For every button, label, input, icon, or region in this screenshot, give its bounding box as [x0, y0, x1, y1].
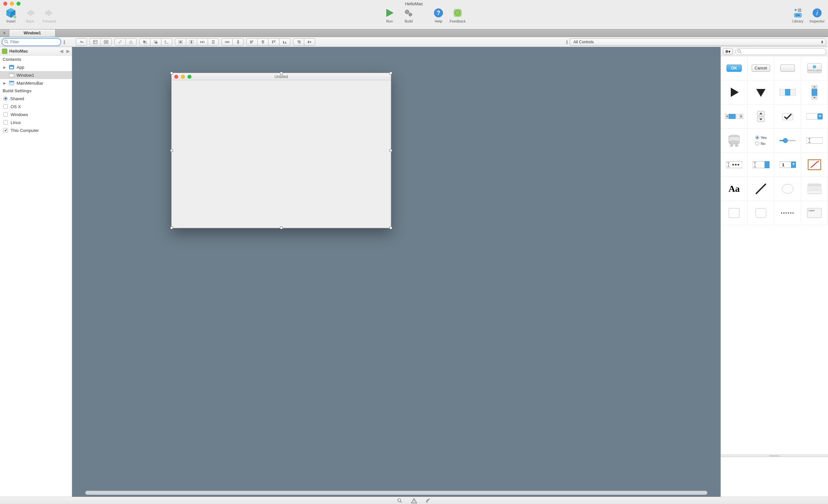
control-segmented[interactable] — [775, 80, 801, 104]
radio-icon[interactable] — [3, 96, 8, 101]
forward-button[interactable]: Forward — [41, 7, 57, 23]
space-v-button[interactable] — [208, 38, 219, 46]
control-default-button[interactable]: OK — [721, 56, 748, 80]
right-pane-grip-icon[interactable]: ||| — [566, 40, 567, 44]
control-number[interactable]: 1 — [775, 153, 801, 177]
tab-window1[interactable]: Window1 — [9, 30, 55, 37]
disclosure-icon[interactable]: ▶ — [3, 81, 7, 85]
view-layout-button[interactable] — [90, 38, 101, 46]
insert-button[interactable]: Insert — [3, 7, 19, 23]
warnings-status-button[interactable] — [411, 498, 417, 503]
horizontal-scrollbar[interactable] — [85, 491, 707, 495]
control-label-text[interactable]: Label — [801, 201, 828, 225]
control-oval[interactable] — [775, 177, 801, 201]
resize-handle-se[interactable] — [389, 226, 392, 229]
align-vcenter-button[interactable] — [304, 38, 315, 46]
close-window-button[interactable] — [3, 2, 7, 6]
edit-mode-button[interactable] — [114, 38, 126, 46]
control-cancel-button[interactable]: Cancel — [748, 56, 775, 80]
pane-grip-icon[interactable]: ||| — [64, 40, 65, 44]
zoom-window-button[interactable] — [16, 2, 20, 6]
nav-item-app[interactable]: ▶ App — [0, 63, 72, 71]
resize-handle-n[interactable] — [280, 72, 283, 74]
control-roundrect[interactable] — [748, 201, 775, 225]
control-generic-button[interactable] — [775, 56, 801, 80]
control-groupbox[interactable] — [801, 177, 828, 201]
control-radio-group[interactable]: Yes No — [748, 129, 775, 153]
resize-handle-e[interactable] — [389, 149, 392, 152]
align-right-button[interactable] — [293, 38, 304, 46]
control-scrollbar[interactable] — [721, 104, 748, 129]
vfill-button[interactable] — [233, 38, 244, 46]
fill-width-button[interactable] — [175, 38, 186, 46]
space-h-button[interactable] — [197, 38, 208, 46]
measure-button[interactable] — [161, 38, 172, 46]
library-button[interactable]: OK Library — [790, 7, 806, 23]
control-slider[interactable] — [775, 129, 801, 153]
order-back-button[interactable] — [150, 38, 161, 46]
align-left-button[interactable] — [246, 38, 258, 46]
control-checkbox[interactable] — [775, 104, 801, 129]
add-tab-button[interactable]: + — [0, 30, 9, 37]
library-search-input[interactable] — [735, 48, 826, 55]
library-options-button[interactable]: ✻▾ — [723, 48, 733, 55]
checkbox-icon[interactable]: ✔ — [3, 128, 8, 133]
inspector-button[interactable]: i Inspector — [809, 7, 825, 23]
nav-item-mainmenubar[interactable]: ▶ MainMenuBar — [0, 79, 72, 87]
nav-next-button[interactable]: ▶ — [67, 49, 70, 53]
build-item-this-computer[interactable]: ✔This Computer — [0, 126, 72, 134]
control-combo[interactable] — [748, 153, 775, 177]
build-item-osx[interactable]: OS X — [0, 102, 72, 111]
align-top-button[interactable] — [268, 38, 280, 46]
build-item-windows[interactable]: Windows — [0, 111, 72, 118]
run-button[interactable]: Run — [381, 7, 398, 23]
order-front-button[interactable] — [139, 38, 151, 46]
control-canvas[interactable] — [801, 153, 828, 177]
nav-item-window1[interactable]: Window1 — [0, 71, 72, 79]
control-listbox[interactable] — [721, 129, 748, 153]
align-hcenter-button[interactable] — [257, 38, 268, 46]
build-button[interactable]: Build — [401, 7, 417, 23]
fill-height-button[interactable] — [186, 38, 197, 46]
build-item-linux[interactable]: Linux — [0, 118, 72, 126]
design-window[interactable]: Untitled — [171, 73, 391, 228]
control-popup[interactable] — [801, 104, 828, 129]
control-bevel-button[interactable]: Icon & Label — [801, 56, 828, 80]
control-textfield[interactable] — [801, 129, 828, 153]
control-disclosure-down[interactable] — [748, 80, 775, 104]
control-stepper-vertical[interactable] — [801, 80, 828, 104]
resize-handle-sw[interactable] — [170, 226, 173, 229]
lock-button[interactable] — [125, 38, 136, 46]
search-status-button[interactable] — [397, 498, 403, 503]
filter-input[interactable] — [2, 38, 61, 46]
resize-handle-w[interactable] — [170, 149, 173, 152]
control-line[interactable] — [748, 177, 775, 201]
build-item-shared[interactable]: Shared — [0, 94, 72, 102]
control-disclosure-right[interactable] — [721, 80, 748, 104]
checkbox-icon[interactable] — [3, 120, 8, 125]
control-updown[interactable] — [748, 104, 775, 129]
control-password[interactable] — [721, 153, 748, 177]
back-button[interactable]: Back — [22, 7, 38, 23]
resize-handle-s[interactable] — [280, 226, 283, 229]
feedback-button[interactable]: Feedback — [449, 7, 466, 23]
checkbox-icon[interactable] — [3, 104, 8, 109]
resize-handle-nw[interactable] — [170, 72, 173, 74]
view-list-button[interactable] — [100, 38, 112, 46]
nav-prev-button[interactable]: ◀ — [60, 49, 63, 53]
hfill-button[interactable] — [221, 38, 233, 46]
control-rectangle[interactable] — [721, 201, 748, 225]
library-resize-handle[interactable] — [721, 454, 828, 457]
feed-status-button[interactable] — [425, 498, 431, 503]
resize-handle-ne[interactable] — [389, 72, 392, 74]
control-label-font[interactable]: Aa — [721, 177, 748, 201]
add-control-button[interactable]: + — [76, 38, 87, 46]
canvas[interactable]: Untitled — [72, 47, 720, 497]
checkbox-icon[interactable] — [3, 112, 8, 117]
minimize-window-button[interactable] — [10, 2, 14, 6]
help-button[interactable]: ? Help — [430, 7, 447, 23]
library-filter-popup[interactable]: All Controls ▲▼ — [570, 38, 826, 46]
disclosure-icon[interactable]: ▶ — [3, 66, 7, 69]
align-bottom-button[interactable] — [279, 38, 290, 46]
control-separator[interactable]: •••••• — [775, 201, 801, 225]
